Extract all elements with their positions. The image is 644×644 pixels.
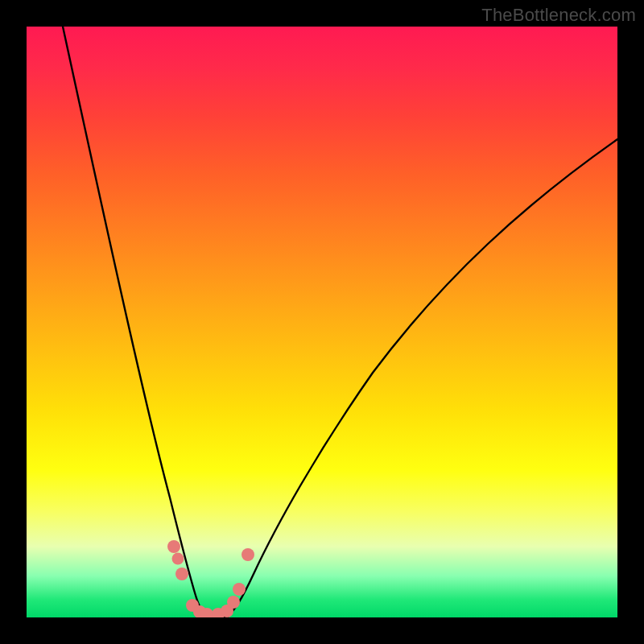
marker-dot [175,568,188,580]
plot-area [27,27,617,617]
chart-frame: TheBottleneck.com [0,0,644,644]
curve-layer [27,27,617,617]
marker-group [167,540,254,617]
marker-dot [242,548,254,561]
bottleneck-left-curve [63,27,207,617]
watermark-text: TheBottleneck.com [481,5,636,26]
marker-dot [167,540,180,553]
marker-dot [172,553,184,565]
marker-dot [227,596,240,609]
bottleneck-right-curve [226,139,617,617]
marker-dot [233,583,246,596]
